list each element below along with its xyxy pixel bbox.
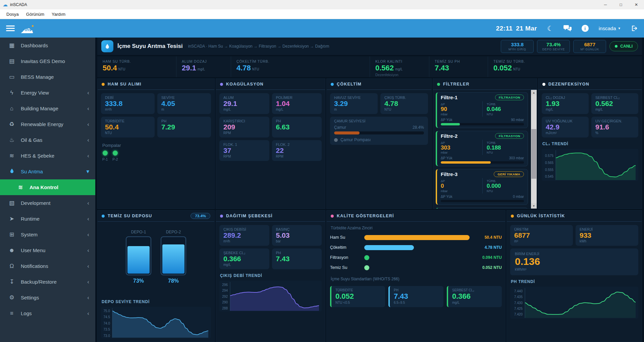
tank-depo-1: DEPO-1 73%	[126, 230, 151, 284]
panel-gunluk-istatistik: GÜNLÜK İSTATİSTİK ÜRETİM 6877 m³ ENERJİ …	[506, 210, 642, 342]
sidebar-item-runtime[interactable]: ➤ Runtime ‹	[0, 211, 95, 227]
scrollbar-thumb[interactable]	[531, 129, 536, 179]
svg-text:0.545: 0.545	[545, 175, 553, 179]
layers-icon: ▧	[8, 199, 15, 207]
oil-icon: ♨	[8, 136, 15, 144]
dp-load-bar	[441, 200, 524, 202]
clock: 22:1121 Mar	[496, 25, 537, 32]
panel-cokeltim: ÇÖKELTİM HAVUZ SEVİYE 3.29 m ÇIKIŞ TÜRB.…	[326, 78, 432, 209]
scroll-up-arrow[interactable]: ▲	[531, 90, 537, 95]
tank-depo-2: DEPO-2 78%	[161, 230, 186, 284]
info-icon[interactable]: i	[582, 25, 589, 32]
breadcrumb: inSCADA · Ham Su → Koagülasyon → Filtras…	[188, 44, 329, 49]
metric-card-flok1: FLOK. 1 37 RPM	[219, 140, 269, 161]
pumps-status: Pompalar P-1 P-2	[101, 143, 211, 161]
chevron-left-icon: ‹	[87, 231, 89, 238]
scroll-down-arrow[interactable]: ▼	[531, 203, 537, 209]
chain-row-temiz-su: Temiz Su 0.052 NTU	[330, 264, 502, 271]
panel-title: HAM SU ALIMI	[108, 82, 142, 87]
chevron-left-icon: ‹	[87, 279, 89, 285]
metric-card-cik-turb: ÇIKIŞ TÜRB. 4.78 NTU	[380, 93, 428, 114]
sidebar-item-ana-kontrol[interactable]: ≋ Ana Kontrol	[0, 179, 95, 195]
panel-filtreler: FİLTRELER Filtre-1 FİLTRASYON ΔP 90 mbar	[433, 78, 537, 209]
maximize-button[interactable]: □	[613, 0, 629, 9]
outflow-trend-chart: 296294292290288	[219, 281, 322, 311]
metric-card-birim-enerji: BİRİM ENERJİ 0.136 kWh/m³	[510, 248, 638, 275]
dark-mode-moon-icon[interactable]: ☾	[547, 24, 553, 33]
metric-card-ph: PH 7.29	[157, 117, 211, 137]
metric-card-cl2-dozaj: CL₂ DOZAJ 1.93 mg/L	[542, 93, 589, 114]
window-title: inSCADA	[10, 2, 27, 7]
filter-status-badge: FİLTRASYON	[495, 133, 524, 139]
gears-icon: ⚙	[8, 294, 15, 301]
sidebar-item-su-aritma[interactable]: Su Arıtma ▾	[0, 164, 95, 179]
close-button[interactable]: ✕	[629, 0, 644, 9]
menu-dosya[interactable]: Dosya	[3, 9, 22, 19]
panel-temiz-su-deposu: TEMİZ SU DEPOSU 73.4% DEPO-1 73% DEPO-2	[97, 210, 215, 342]
sidebar-item-energy-view[interactable]: ϟ Energy View ‹	[0, 85, 95, 101]
panel-title: ÇÖKELTİM	[337, 82, 362, 87]
sidebar-item-inavitas-ges-demo[interactable]: ▤ Inavitas GES Demo	[0, 53, 95, 69]
svg-text:7.435: 7.435	[514, 295, 523, 299]
panel-title: DEZENFEKSİYON	[548, 82, 589, 87]
metric-card-karistirici: KARIŞTIRICI 209 RPM	[219, 117, 269, 137]
panel-title: TEMİZ SU DEPOSU	[108, 214, 152, 218]
metric-card-cikis-debisi: ÇIKIŞ DEBİSİ 289.2 m³/h	[219, 225, 269, 246]
svg-text:73.5: 73.5	[104, 328, 110, 331]
metric-card-ph: PH 7.43	[272, 248, 322, 269]
chevron-down-icon: ▾	[618, 26, 620, 31]
metric-card-uv-gecirgen: UV GEÇİRGEN. 91.6 %	[591, 117, 638, 137]
svg-text:288: 288	[222, 306, 228, 310]
sidebar-item-building-manage[interactable]: ⌂ Building Manage ‹	[0, 101, 95, 116]
chevron-left-icon: ‹	[87, 216, 89, 222]
svg-text:0.575: 0.575	[545, 154, 553, 158]
scrollbar: ▲ ▼	[531, 90, 537, 209]
windows-icon: ⊞	[8, 231, 15, 238]
standard-card-ph: PH 7.43 6.5–9.5	[388, 286, 443, 307]
minimize-button[interactable]: ─	[598, 0, 613, 9]
battery-icon: ▭	[8, 73, 15, 80]
pump-status-dot	[103, 151, 108, 156]
chat-icon[interactable]	[564, 25, 572, 32]
sidebar-item-system[interactable]: ⊞ System ‹	[0, 227, 95, 242]
kpi-ham-su-turb: HAM SU TÜRB. 50.4NTU	[97, 56, 176, 77]
sidebar-item-oil-gas[interactable]: ♨ Oil & Gas ‹	[0, 132, 95, 148]
chevron-left-icon: ‹	[87, 310, 89, 317]
panel-kalite-gostergeleri: KALİTE GÖSTERGELERİ Türbidite Azalma Zin…	[326, 210, 505, 342]
hamburger-menu-icon[interactable]	[6, 25, 15, 31]
sidebar-item-renewable-energy[interactable]: ♻ Renewable Energy ‹	[0, 116, 95, 132]
metric-card-basinc: BASINÇ 5.03 bar	[272, 225, 322, 246]
filter-card-4: Filtre-4 FİLTRASYON	[436, 208, 528, 209]
menu-gorunum[interactable]: Görünüm	[22, 9, 48, 19]
svg-text:74.0: 74.0	[104, 322, 110, 325]
section-label: Türbidite Azalma Zinciri	[331, 226, 501, 230]
cl2-trend-chart: 0.5750.5650.5550.545	[542, 149, 638, 181]
svg-text:294: 294	[222, 289, 228, 293]
sidebar-item-settings[interactable]: ⚙ Settings ‹	[0, 290, 95, 305]
sidebar-item-notifications[interactable]: Ω Notifications ‹	[0, 258, 95, 274]
user-menu-dropdown[interactable]: inscada ▾	[599, 25, 620, 31]
sidebar-item-dashboards[interactable]: ▦ Dashboards	[0, 38, 95, 53]
menu-yardim[interactable]: Yardım	[48, 9, 69, 19]
sidebar-item-bess-manage[interactable]: ▭ BESS Manage	[0, 69, 95, 85]
panel-title: DAĞITIM ŞEBEKESİ	[226, 214, 273, 218]
kpi-alum-dozaj: ALUM DOZAJ 29.1mg/L	[176, 56, 231, 77]
live-status-badge: CANLI	[609, 41, 638, 51]
panel-dagitim-sebekesi: DAĞITIM ŞEBEKESİ ÇIKIŞ DEBİSİ 289.2 m³/h…	[216, 210, 325, 342]
svg-text:7.420: 7.420	[514, 312, 523, 316]
sludge-progress-bar	[334, 131, 424, 134]
app-icon: ☁	[3, 2, 8, 8]
sidebar-item-logs[interactable]: ≡ Logs ‹	[0, 305, 95, 321]
logout-icon[interactable]	[630, 25, 638, 32]
inscada-logo: ☁ ins	[20, 22, 36, 35]
inflow-badge: 333.8 M³/H GİRİŞ	[501, 40, 534, 53]
tank-level-badge: 73.4% DEPO SEVİYE	[537, 40, 570, 53]
panel-title: FİLTRELER	[443, 82, 470, 87]
sidebar-item-development[interactable]: ▧ Development ‹	[0, 195, 95, 211]
sidebar-item-user-menu[interactable]: ☻ User Menu ‹	[0, 242, 95, 258]
sidebar-item-hes-sebeke[interactable]: ≋ HES & Şebeke ‹	[0, 148, 95, 164]
sidebar-item-backup-restore[interactable]: ↧ Backup/Restore ‹	[0, 274, 95, 290]
chevron-left-icon: ‹	[87, 105, 89, 112]
metric-card-turbidite: TÜRBİDİTE 50.4 NTU	[101, 117, 155, 137]
tank-level-pill: 73.4%	[191, 213, 210, 219]
